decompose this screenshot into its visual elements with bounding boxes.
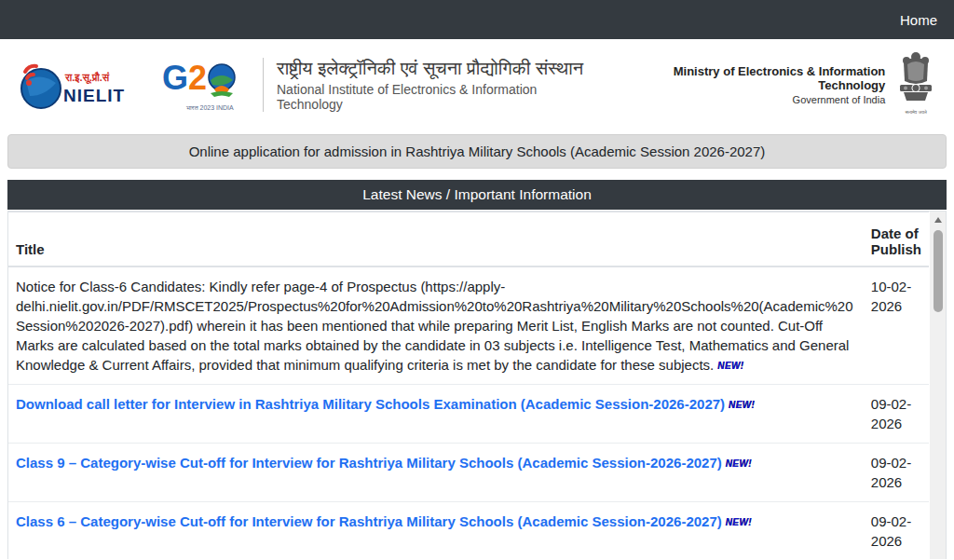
publish-date: 10-02-2026 — [864, 266, 929, 385]
scrollbar-up-arrow-icon[interactable] — [930, 212, 946, 227]
svg-text:2: 2 — [188, 59, 207, 97]
news-link[interactable]: Class 6 – Category-wise Cut-off for Inte… — [16, 513, 722, 529]
home-link[interactable]: Home — [900, 12, 937, 28]
publish-date: 09-02-2026 — [864, 385, 929, 444]
new-badge: NEW! — [726, 516, 752, 529]
institute-names: राष्ट्रीय इलेक्ट्रॉनिकी एवं सूचना प्रौद्… — [277, 57, 605, 112]
news-table: Title Date of Publish Notice for Class-6… — [8, 212, 929, 559]
g20-caption: भारत 2023 INDIA — [186, 104, 234, 111]
application-banner: Online application for admission in Rash… — [7, 134, 947, 169]
nielit-hindi-abbr: रा.इ.सू.प्रौ.सं — [64, 71, 110, 85]
top-navbar: Home — [0, 0, 954, 39]
scrollbar-thumb[interactable] — [934, 230, 943, 312]
column-header-date: Date of Publish — [864, 212, 929, 267]
site-header: रा.इ.सू.प्रौ.सं NIELIT G 2 भारत 2023 IND… — [0, 39, 954, 130]
svg-text:G: G — [162, 59, 188, 97]
news-text: Notice for Class-6 Candidates: Kindly re… — [16, 279, 852, 373]
india-emblem-icon: सत्यमेव जयते — [894, 49, 937, 120]
g20-logo-icon: G 2 भारत 2023 INDIA — [162, 54, 248, 116]
nielit-wordmark: NIELIT — [63, 86, 125, 105]
news-table-header-row: Title Date of Publish — [8, 212, 929, 267]
application-banner-text: Online application for admission in Rash… — [189, 143, 766, 159]
publish-date: 09-02-2026 — [864, 444, 929, 502]
latest-news-header: Latest News / Important Information — [7, 180, 947, 210]
news-row: Notice for Class-6 Candidates: Kindly re… — [8, 266, 929, 385]
news-panel: Title Date of Publish Notice for Class-6… — [7, 211, 947, 559]
new-badge: NEW! — [717, 360, 743, 373]
news-row-title-cell: Notice for Class-6 Candidates: Kindly re… — [8, 266, 864, 385]
new-badge: NEW! — [729, 399, 755, 412]
nielit-logo-icon: रा.इ.सू.प्रौ.सं NIELIT — [17, 55, 157, 115]
news-row-title-cell: Class 9 – Category-wise Cut-off for Inte… — [8, 444, 864, 502]
institute-name-english: National Institute of Electronics & Info… — [277, 82, 605, 112]
ministry-block: Ministry of Electronics & Information Te… — [605, 64, 885, 105]
header-divider — [263, 58, 264, 112]
nielit-g20-logo: रा.इ.सू.प्रौ.सं NIELIT G 2 भारत 2023 IND… — [17, 54, 248, 116]
emblem-motto: सत्यमेव जयते — [905, 109, 926, 116]
publish-date: 09-02-2026 — [864, 502, 929, 560]
institute-name-hindi: राष्ट्रीय इलेक्ट्रॉनिकी एवं सूचना प्रौद्… — [277, 57, 605, 80]
news-row: Class 9 – Category-wise Cut-off for Inte… — [8, 444, 929, 502]
new-badge: NEW! — [726, 458, 752, 471]
ministry-name: Ministry of Electronics & Information Te… — [605, 64, 885, 92]
news-link[interactable]: Class 9 – Category-wise Cut-off for Inte… — [16, 455, 722, 471]
news-row-title-cell: Class 6 – Category-wise Cut-off for Inte… — [8, 502, 864, 560]
government-of-india: Government of India — [605, 94, 885, 105]
news-scrollbar[interactable] — [930, 212, 946, 559]
column-header-title: Title — [8, 212, 864, 267]
latest-news-title: Latest News / Important Information — [362, 186, 592, 203]
news-link[interactable]: Download call letter for Interview in Ra… — [16, 396, 725, 412]
news-row: Download call letter for Interview in Ra… — [8, 385, 929, 444]
news-row: Class 6 – Category-wise Cut-off for Inte… — [8, 502, 929, 560]
news-row-title-cell: Download call letter for Interview in Ra… — [8, 385, 864, 444]
page: Home रा.इ.सू.प्रौ.सं NIELIT G 2 — [0, 0, 954, 560]
